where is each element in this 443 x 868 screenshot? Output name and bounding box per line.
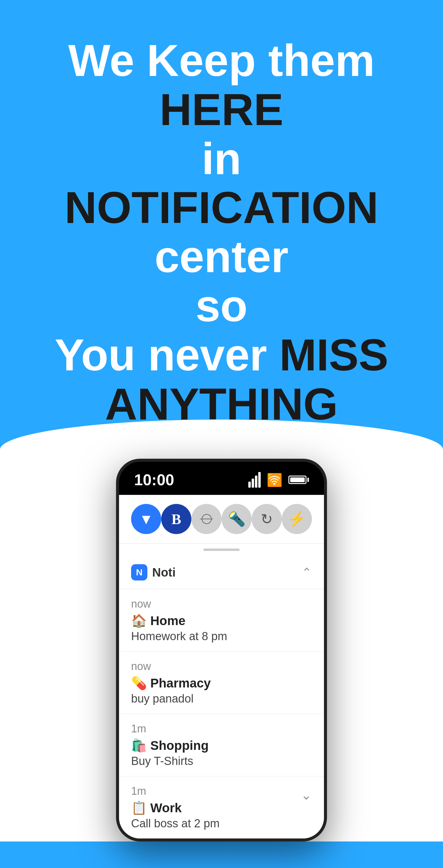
- notification-body: Call boss at 2 pm: [131, 817, 301, 830]
- status-bar: 10:00 🛜: [119, 462, 324, 495]
- bluetooth-toggle-button[interactable]: B: [161, 504, 191, 534]
- notification-app-icon: N: [131, 564, 147, 581]
- wifi-toggle-icon: ▼: [139, 511, 153, 527]
- signal-icon: [248, 472, 261, 488]
- hero-line-6-highlight: MISS: [279, 330, 388, 380]
- hero-line-6: You never MISS: [24, 331, 419, 380]
- wifi-toggle-button[interactable]: ▼: [131, 504, 161, 534]
- notification-time: 1m: [131, 722, 312, 735]
- phone-wrapper: 10:00 🛜: [116, 459, 327, 841]
- dnd-toggle-icon: ⦵: [200, 510, 213, 528]
- hero-line-5: so: [24, 281, 419, 331]
- rotation-toggle-icon: ↻: [261, 510, 273, 527]
- notification-center: N Noti ⌃ now 🏠 Home Homework at 8 pm now…: [119, 556, 324, 838]
- wifi-icon: 🛜: [267, 472, 282, 487]
- notification-app-name: Noti: [152, 566, 176, 579]
- hero-line-6-text: You never: [55, 330, 279, 380]
- notification-body: buy panadol: [131, 692, 312, 705]
- notification-header[interactable]: N Noti ⌃: [119, 556, 324, 589]
- notification-title: 🏠 Home: [131, 613, 312, 628]
- bluetooth-toggle-icon: B: [171, 511, 181, 527]
- notification-title: 📋 Work: [131, 801, 301, 815]
- notification-item-collapsed[interactable]: 1m 📋 Work Call boss at 2 pm ⌄: [119, 776, 324, 838]
- notification-item-content: 1m 📋 Work Call boss at 2 pm: [131, 785, 301, 830]
- hero-line-2: in: [24, 134, 419, 184]
- hero-line-1-highlight: HERE: [159, 85, 283, 134]
- notification-collapse-icon[interactable]: ⌃: [302, 565, 312, 579]
- hero-line-1-text: We Keep them: [68, 36, 375, 85]
- notification-time: 1m: [131, 785, 301, 798]
- battery-saver-toggle-button[interactable]: ⚡: [282, 504, 312, 534]
- notification-item[interactable]: 1m 🛍️ Shopping Buy T-Shirts: [119, 714, 324, 776]
- dnd-toggle-button[interactable]: ⦵: [191, 504, 222, 534]
- status-icons: 🛜: [248, 472, 309, 488]
- battery-icon: [288, 475, 309, 484]
- notification-time: now: [131, 660, 312, 673]
- hero-line-3: NOTIFICATION: [24, 183, 419, 232]
- scroll-indicator: [119, 544, 324, 556]
- battery-saver-icon: ⚡: [288, 510, 306, 527]
- notification-title: 🛍️ Shopping: [131, 738, 312, 753]
- notification-expand-icon[interactable]: ⌄: [301, 787, 312, 803]
- hero-section: We Keep them HERE in NOTIFICATION center…: [0, 0, 443, 447]
- scroll-bar-indicator: [203, 549, 240, 551]
- flashlight-toggle-button[interactable]: 🔦: [222, 504, 252, 534]
- status-time: 10:00: [134, 471, 174, 489]
- notification-body: Buy T-Shirts: [131, 755, 312, 768]
- notification-item[interactable]: now 🏠 Home Homework at 8 pm: [119, 589, 324, 652]
- hero-line-4: center: [24, 232, 419, 281]
- notification-header-left: N Noti: [131, 564, 176, 581]
- phone-section: 10:00 🛜: [0, 459, 443, 841]
- notification-time: now: [131, 598, 312, 610]
- rotation-toggle-button[interactable]: ↻: [252, 504, 282, 534]
- phone-frame: 10:00 🛜: [116, 459, 327, 841]
- hero-line-1: We Keep them HERE: [24, 36, 419, 134]
- quick-controls-bar: ▼ B ⦵ 🔦 ↻ ⚡: [119, 495, 324, 544]
- notification-body: Homework at 8 pm: [131, 630, 312, 643]
- flashlight-toggle-icon: 🔦: [227, 510, 246, 527]
- notification-title: 💊 Pharmacy: [131, 676, 312, 690]
- notification-item[interactable]: now 💊 Pharmacy buy panadol: [119, 652, 324, 714]
